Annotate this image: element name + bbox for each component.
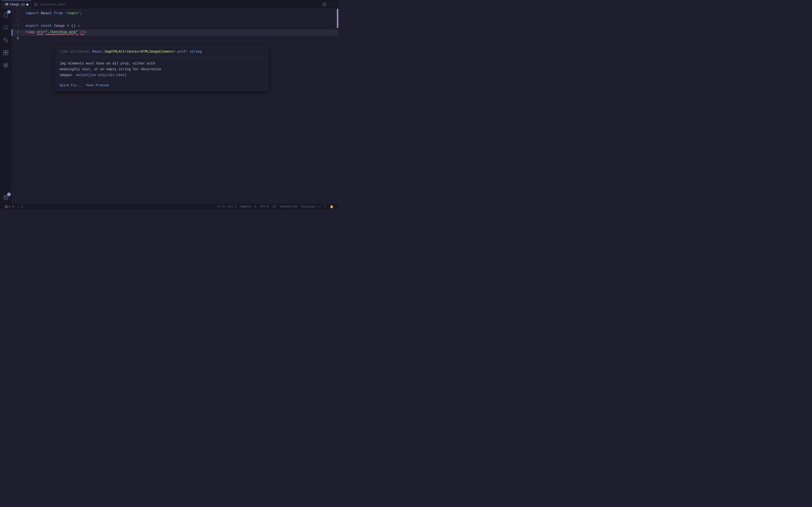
code-line-5: 5 bbox=[12, 36, 338, 42]
hover-eslint-rule: eslint(jsx-a11y/alt-text) bbox=[76, 73, 126, 77]
settings-button[interactable]: 1 bbox=[1, 193, 10, 202]
explorer-badge: 1 bbox=[7, 10, 11, 13]
language-mode: JavaScript bbox=[280, 205, 298, 208]
svg-point-5 bbox=[4, 38, 5, 40]
svg-rect-1 bbox=[324, 3, 326, 6]
js-file-icon: JS bbox=[5, 3, 8, 6]
smiley-icon: ☺ bbox=[324, 205, 326, 208]
sidebar-item-explorer[interactable]: 1 bbox=[1, 11, 10, 19]
hover-body-text: img elements must have an alt prop, eith… bbox=[60, 62, 161, 77]
line-content-3: export const Image = () ⇒ bbox=[24, 23, 338, 29]
hover-type-text: (JSX attribute) React.ImgHTMLAttributes<… bbox=[60, 50, 202, 54]
main-layout: 1 bbox=[0, 9, 338, 204]
svg-rect-8 bbox=[6, 50, 8, 52]
line-content-2 bbox=[24, 17, 338, 23]
notification-bell-icon: 🔔 bbox=[330, 205, 334, 209]
tab-label-image-js: Image.js bbox=[10, 3, 24, 6]
status-bar: ⊗ ⊗ 0 ⚠ 1 Ln 5, Col 1 Spaces: 2 UTF-8 LF… bbox=[0, 204, 338, 210]
more-actions-button[interactable]: ··· bbox=[329, 1, 337, 8]
hover-tooltip: (JSX attribute) React.ImgHTMLAttributes<… bbox=[56, 46, 268, 91]
tab-bar: JS Image.js {} .eslintrc.json ··· bbox=[0, 0, 338, 9]
status-formatter[interactable]: Prettier: ✓ bbox=[299, 205, 322, 209]
error-icon: ⊗ bbox=[5, 205, 8, 208]
hover-tooltip-body: img elements must have an alt prop, eith… bbox=[56, 57, 268, 81]
split-editor-button[interactable] bbox=[321, 1, 328, 8]
line-number-2: 2 bbox=[12, 17, 24, 22]
formatter-status: Prettier: ✓ bbox=[301, 205, 320, 209]
sidebar-item-extensions[interactable] bbox=[1, 48, 10, 57]
svg-rect-10 bbox=[6, 53, 8, 55]
svg-point-2 bbox=[4, 25, 7, 29]
sidebar-item-remote[interactable] bbox=[1, 61, 10, 69]
svg-point-15 bbox=[5, 197, 6, 198]
status-errors[interactable]: ⊗ ⊗ 0 bbox=[3, 204, 16, 210]
line-number-5: 5 bbox=[12, 36, 24, 41]
line-content-5 bbox=[24, 36, 338, 42]
line-number-4: 4 bbox=[12, 30, 24, 35]
peek-problem-link[interactable]: Peek Problem bbox=[86, 83, 109, 88]
cursor-position: Ln 5, Col 1 bbox=[217, 205, 237, 208]
line-content-1: import React from 'react'; bbox=[24, 11, 338, 16]
warning-count: ⚠ 1 bbox=[18, 205, 23, 209]
svg-line-3 bbox=[7, 29, 8, 30]
svg-rect-9 bbox=[4, 53, 6, 55]
svg-point-4 bbox=[6, 41, 8, 42]
status-warnings[interactable]: ⚠ 1 bbox=[16, 204, 25, 210]
svg-text:⊗: ⊗ bbox=[6, 206, 7, 208]
editor-area[interactable]: 1 import React from 'react'; 2 3 export … bbox=[12, 9, 338, 204]
line-number-3: 3 bbox=[12, 23, 24, 29]
active-line-indicator bbox=[12, 30, 12, 36]
tab-bar-actions: ··· bbox=[321, 1, 337, 8]
tab-image-js[interactable]: JS Image.js bbox=[2, 0, 31, 9]
code-line-1: 1 import React from 'react'; bbox=[12, 11, 338, 17]
tab-label-eslintrc: .eslintrc.json bbox=[39, 3, 65, 6]
editor-scrollbar[interactable] bbox=[337, 9, 338, 204]
code-line-4: 4 <img src="./ketchup.png" />; bbox=[12, 30, 338, 36]
line-content-4: <img src="./ketchup.png" />; bbox=[24, 30, 338, 35]
code-line-2: 2 bbox=[12, 17, 338, 23]
tab-modified-dot bbox=[27, 4, 28, 6]
file-encoding: UTF-8 bbox=[260, 205, 269, 208]
tab-eslintrc-json[interactable]: {} .eslintrc.json bbox=[31, 0, 68, 9]
sidebar-item-search[interactable] bbox=[1, 23, 10, 32]
status-smiley[interactable]: ☺ bbox=[322, 205, 328, 208]
status-bar-right: Ln 5, Col 1 Spaces: 2 UTF-8 LF JavaScrip… bbox=[215, 205, 336, 209]
indentation: Spaces: 2 bbox=[241, 205, 256, 208]
line-ending: LF bbox=[272, 205, 276, 208]
status-line-ending[interactable]: LF bbox=[271, 205, 278, 208]
hover-tooltip-type-info: (JSX attribute) React.ImgHTMLAttributes<… bbox=[56, 46, 268, 57]
hover-tooltip-actions: Quick Fix... Peek Problem bbox=[56, 81, 268, 91]
code-editor[interactable]: 1 import React from 'react'; 2 3 export … bbox=[12, 9, 338, 204]
status-language[interactable]: JavaScript bbox=[278, 205, 299, 208]
line-number-1: 1 bbox=[12, 11, 24, 16]
status-encoding[interactable]: UTF-8 bbox=[258, 205, 271, 208]
sidebar: 1 bbox=[0, 9, 12, 204]
svg-rect-0 bbox=[323, 3, 324, 6]
settings-badge: 1 bbox=[7, 193, 11, 196]
sidebar-item-source-control[interactable] bbox=[1, 36, 10, 44]
svg-rect-7 bbox=[4, 50, 6, 52]
status-notifications[interactable]: 🔔 bbox=[328, 205, 336, 209]
json-file-icon: {} bbox=[34, 3, 38, 6]
code-line-3: 3 export const Image = () ⇒ bbox=[12, 23, 338, 30]
quick-fix-link[interactable]: Quick Fix... bbox=[60, 83, 83, 88]
error-count: ⊗ 0 bbox=[9, 205, 14, 209]
status-position[interactable]: Ln 5, Col 1 bbox=[215, 205, 239, 208]
scrollbar-thumb[interactable] bbox=[337, 9, 338, 28]
status-spaces[interactable]: Spaces: 2 bbox=[239, 205, 258, 208]
